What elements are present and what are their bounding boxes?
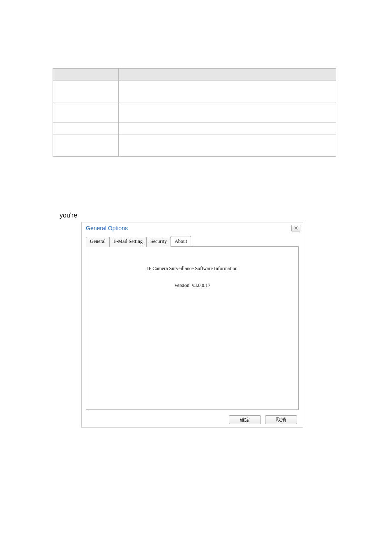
- tab-about[interactable]: About: [171, 236, 191, 246]
- table-cell: [53, 123, 119, 134]
- table-cell: [53, 134, 119, 157]
- dialog-button-row: 確定 取消: [82, 412, 303, 427]
- table-cell: [53, 81, 119, 102]
- tab-row: General E-Mail Setting Security About: [86, 236, 299, 246]
- table-cell: [53, 102, 119, 123]
- about-info-title: IP Camera Surveillance Software Informat…: [86, 266, 298, 272]
- table-cell: [119, 81, 336, 102]
- close-button[interactable]: [291, 225, 300, 231]
- table-row: [53, 134, 336, 157]
- table-header-cell: [119, 69, 336, 81]
- tab-email-setting[interactable]: E-Mail Setting: [109, 237, 147, 247]
- table-header-cell: [53, 69, 119, 81]
- ok-button[interactable]: 確定: [229, 415, 261, 424]
- tab-general[interactable]: General: [86, 237, 110, 247]
- table-header-row: [53, 69, 336, 81]
- dialog-body: General E-Mail Setting Security About IP…: [82, 234, 303, 412]
- about-version: Version: v3.0.0.17: [86, 282, 298, 289]
- table-cell: [119, 134, 336, 157]
- page-text-youre: you're: [60, 212, 77, 219]
- close-icon: [294, 226, 298, 231]
- table-row: [53, 123, 336, 134]
- table-cell: [119, 123, 336, 134]
- table-row: [53, 81, 336, 102]
- dialog-title: General Options: [86, 225, 128, 231]
- background-table: [53, 68, 336, 157]
- general-options-dialog: General Options General E-Mail Setting S…: [81, 222, 303, 428]
- about-panel: IP Camera Surveillance Software Informat…: [86, 246, 299, 410]
- table-row: [53, 102, 336, 123]
- tab-container: General E-Mail Setting Security About IP…: [86, 236, 299, 409]
- table-cell: [119, 102, 336, 123]
- cancel-button[interactable]: 取消: [265, 415, 297, 424]
- tab-security[interactable]: Security: [146, 237, 171, 247]
- dialog-titlebar: General Options: [82, 222, 303, 234]
